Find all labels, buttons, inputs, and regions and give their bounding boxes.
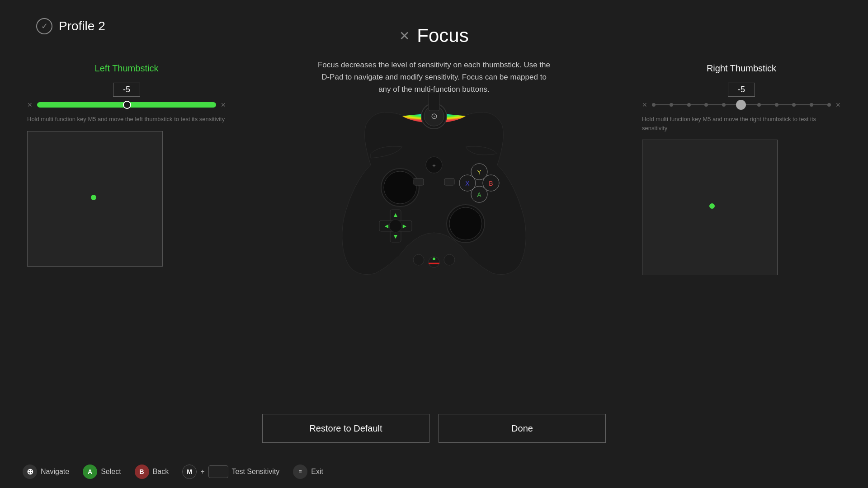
left-slider-expand-right[interactable]: ✕ bbox=[221, 101, 226, 108]
right-thumbstick-section: Right Thumbstick -5 ✕ ✕ Hold multi fu bbox=[642, 63, 841, 275]
profile-title: Profile 2 bbox=[59, 19, 105, 33]
left-hint-text: Hold multi function key M5 and move the … bbox=[27, 115, 226, 124]
controller-svg: ⊙ ✦ ▲ ▼ ◄ ► Y X bbox=[326, 93, 542, 282]
action-buttons-row: Restore to Default Done bbox=[262, 414, 606, 443]
left-sensitivity-value[interactable]: -5 bbox=[113, 83, 140, 97]
test-sensitivity-label: Test Sensitivity bbox=[232, 468, 280, 476]
svg-text:►: ► bbox=[401, 222, 408, 230]
focus-header: ✕ Focus bbox=[399, 25, 468, 47]
right-test-dot bbox=[709, 203, 715, 209]
svg-point-29 bbox=[433, 258, 435, 260]
svg-rect-24 bbox=[414, 178, 424, 185]
left-test-area bbox=[27, 131, 163, 267]
right-sensitivity-value-container: -5 bbox=[642, 83, 841, 97]
svg-text:▼: ▼ bbox=[392, 233, 399, 240]
b-button-icon: B bbox=[135, 465, 149, 479]
exit-label: Exit bbox=[311, 468, 323, 476]
svg-point-15 bbox=[449, 207, 482, 240]
svg-point-26 bbox=[413, 254, 424, 265]
right-hint-text: Hold multi function key M5 and move the … bbox=[642, 115, 841, 132]
a-button-icon: A bbox=[83, 465, 97, 479]
restore-to-default-button[interactable]: Restore to Default bbox=[262, 414, 429, 443]
controller-image: ⊙ ✦ ▲ ▼ ◄ ► Y X bbox=[321, 90, 547, 285]
svg-point-28 bbox=[444, 254, 455, 265]
nav-back: B Back bbox=[135, 465, 169, 479]
left-thumbstick-section: Left Thumbstick -5 ✕ ✕ Hold multi functi… bbox=[27, 63, 226, 267]
nav-navigate: ⊕ Navigate bbox=[23, 465, 69, 479]
svg-text:⊙: ⊙ bbox=[431, 112, 438, 121]
select-label: Select bbox=[101, 468, 121, 476]
svg-rect-25 bbox=[444, 178, 454, 185]
svg-text:✦: ✦ bbox=[432, 163, 436, 169]
svg-point-6 bbox=[384, 171, 416, 204]
right-slider-thumb[interactable] bbox=[736, 100, 746, 110]
right-test-area bbox=[642, 140, 778, 275]
left-slider-thumb[interactable] bbox=[123, 101, 131, 109]
plus-sign: + bbox=[200, 468, 204, 476]
trigger-icon bbox=[208, 465, 228, 478]
dpad-icon: ⊕ bbox=[23, 465, 37, 479]
right-slider-row: ✕ ✕ bbox=[642, 101, 841, 108]
svg-text:◄: ◄ bbox=[383, 222, 390, 230]
focus-icon: ✕ bbox=[399, 28, 410, 43]
menu-button-icon: ≡ bbox=[293, 465, 307, 479]
nav-select: A Select bbox=[83, 465, 121, 479]
bottom-nav-bar: ⊕ Navigate A Select B Back M + Test Sens… bbox=[23, 465, 845, 479]
right-slider-expand-right[interactable]: ✕ bbox=[835, 101, 841, 108]
left-slider-track[interactable] bbox=[37, 102, 216, 108]
left-slider-expand-left[interactable]: ✕ bbox=[27, 101, 33, 108]
nav-exit: ≡ Exit bbox=[293, 465, 323, 479]
right-slider-expand-left[interactable]: ✕ bbox=[642, 101, 647, 108]
back-label: Back bbox=[153, 468, 169, 476]
right-sensitivity-value[interactable]: -5 bbox=[728, 83, 755, 97]
left-thumbstick-title: Left Thumbstick bbox=[27, 63, 226, 74]
focus-title: Focus bbox=[417, 25, 468, 47]
left-test-dot bbox=[91, 195, 96, 200]
profile-header: ✓ Profile 2 bbox=[36, 18, 105, 34]
svg-text:▲: ▲ bbox=[392, 211, 399, 218]
m-button-icon: M bbox=[182, 465, 197, 479]
nav-test-sensitivity: M + Test Sensitivity bbox=[182, 465, 279, 479]
svg-text:X: X bbox=[465, 180, 470, 187]
navigate-label: Navigate bbox=[41, 468, 69, 476]
svg-text:Y: Y bbox=[477, 169, 481, 176]
right-thumbstick-title: Right Thumbstick bbox=[642, 63, 841, 74]
svg-text:B: B bbox=[489, 180, 493, 187]
profile-check-icon: ✓ bbox=[36, 18, 52, 34]
left-slider-row: ✕ ✕ bbox=[27, 101, 226, 108]
svg-text:A: A bbox=[477, 191, 481, 198]
done-button[interactable]: Done bbox=[439, 414, 606, 443]
right-slider-track[interactable] bbox=[652, 102, 831, 108]
left-sensitivity-value-container: -5 bbox=[27, 83, 226, 97]
svg-rect-31 bbox=[429, 93, 439, 111]
svg-point-9 bbox=[389, 220, 402, 232]
